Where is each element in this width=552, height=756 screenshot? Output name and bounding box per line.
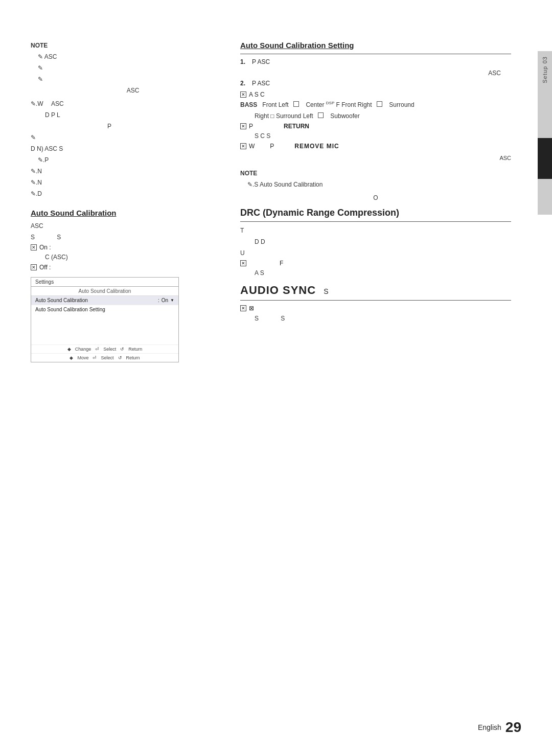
checkbox-p-row: P RETURN S C S W P REMOVE MIC: [240, 123, 511, 150]
settings-row1: Auto Sound Calibration : On ▼: [31, 296, 178, 305]
bullet-n1-line: ✎.N: [31, 167, 235, 176]
checkbox-off: Off :: [31, 264, 235, 271]
nav6-icon: ↺: [118, 355, 122, 360]
t-label: T: [240, 226, 511, 235]
note-label: NOTE: [31, 41, 235, 50]
nav4-text: Move: [77, 355, 88, 360]
return-label: RETURN: [284, 123, 309, 130]
u-label: U: [240, 248, 511, 258]
bullet1-line: ✎: [38, 63, 235, 73]
nav6-text: Return: [126, 355, 140, 360]
asc-end-label: ASC: [240, 154, 511, 163]
bass-label: BASS: [240, 100, 257, 109]
step1-asc: ASC: [255, 68, 511, 78]
auto-sound-section: Auto Sound Calibration ASC S S On : C (A…: [31, 209, 235, 271]
side-tab-black: [538, 138, 552, 179]
settings-submenu-label: Auto Sound Calibration: [31, 287, 178, 296]
settings-row2: Auto Sound Calibration Setting: [31, 305, 178, 314]
row1-value-group: : On ▼: [158, 297, 174, 303]
note-block: NOTE ✎.S Auto Sound Calibration: [240, 169, 511, 189]
right-column: Auto Sound Calibration Setting 1. P ASC …: [240, 41, 511, 325]
row1-arrow: ▼: [170, 298, 174, 303]
checkbox-on-box: [31, 244, 37, 250]
nav2-icon: ⏎: [95, 347, 99, 352]
d-n-block: D N) ASC S ✎.P: [31, 144, 235, 165]
bullet2-line: ✎: [38, 75, 235, 84]
checkbox-p-box: [240, 123, 246, 129]
checkbox-f-box: [240, 260, 246, 266]
step1: 1. P ASC: [240, 58, 511, 65]
audio-sync-title: AUDIO SYNC S: [240, 284, 511, 297]
nav5-icon: ⏎: [93, 355, 97, 360]
chapter-label: Setup: [542, 66, 548, 83]
checkbox-a: A S C: [240, 91, 511, 98]
checkbox-off-box: [31, 264, 37, 270]
d-d-line: D D: [255, 237, 511, 246]
asc-setting-title: Auto Sound Calibration Setting: [240, 41, 511, 50]
drc-divider: [240, 221, 511, 222]
nav4-icon: ◆: [70, 355, 73, 360]
o-label: O: [240, 193, 511, 202]
dsp-label: DSP: [326, 101, 334, 105]
drc-section: DRC (Dynamic Range Compression) T D D U …: [240, 208, 511, 278]
row1-value: On: [162, 297, 168, 303]
language-label: English: [478, 723, 501, 731]
audio-sync-content: ⊠ S S: [240, 305, 511, 323]
settings-outer-label: Settings: [31, 278, 178, 287]
note-label-right: NOTE: [240, 169, 511, 178]
bass-row: BASS Front Left Center DSP F Front Right…: [240, 100, 511, 121]
nav3-text: Return: [128, 347, 142, 352]
auto-sound-title: Auto Sound Calibration: [31, 209, 235, 217]
nav5-text: Select: [101, 355, 113, 360]
drc-title: DRC (Dynamic Range Compression): [240, 208, 511, 218]
note-asc-line: ✎ ASC: [38, 52, 235, 61]
bullet3-block: ✎.W ASC D P L P: [31, 99, 235, 131]
page-number: English 29: [478, 719, 521, 736]
settings-nav-bar1: ◆ Change ⏎ Select ↺ Return: [31, 345, 178, 353]
settings-screenshot: Settings Auto Sound Calibration Auto Sou…: [31, 277, 179, 362]
settings-nav-bar2: ◆ Move ⏎ Select ↺ Return: [31, 353, 178, 362]
asc-center-line: ASC: [31, 86, 235, 95]
nav1-icon: ◆: [67, 347, 71, 352]
left-column: NOTE ✎ ASC ✎ ✎ ASC ✎.W ASC D P L P: [31, 41, 235, 362]
checkbox-f-row: F A S: [240, 260, 511, 278]
chapter-number: 03: [542, 56, 548, 63]
bullet-d-line: ✎.D: [31, 189, 235, 198]
remove-mic-label: REMOVE MIC: [294, 143, 339, 150]
audio-sync-divider: [240, 300, 511, 301]
page-container: 03 Setup NOTE ✎ ASC ✎ ✎ ASC ✎.W ASC D P: [0, 0, 552, 756]
bullet-n2-line: ✎.N: [31, 178, 235, 187]
bullet4-line: ✎: [31, 133, 235, 142]
row1-label: Auto Sound Calibration: [35, 297, 88, 303]
checkbox-a-box: [240, 91, 246, 98]
nav3-icon: ↺: [120, 347, 124, 352]
checkbox-bottom-box: [240, 305, 246, 311]
page-num: 29: [505, 719, 521, 736]
step2: 2. P ASC: [240, 80, 511, 87]
side-tab: 03 Setup: [538, 51, 552, 215]
row2-label: Auto Sound Calibration Setting: [35, 307, 105, 312]
title-divider: [240, 54, 511, 54]
nav2-text: Select: [103, 347, 116, 352]
checkbox-w-box: [240, 143, 246, 149]
audio-sync-section: AUDIO SYNC S ⊠ S S: [240, 284, 511, 323]
settings-empty-area: [31, 314, 178, 345]
checkbox-on: On :: [31, 244, 235, 251]
settings-ui-box: Settings Auto Sound Calibration Auto Sou…: [31, 277, 235, 362]
nav1-text: Change: [75, 347, 91, 352]
